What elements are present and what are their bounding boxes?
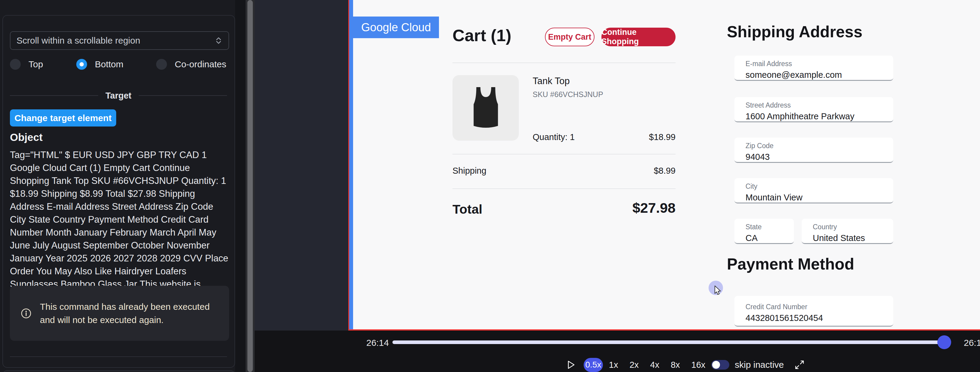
mouse-cursor-icon: [713, 286, 722, 296]
scroll-position-radios: Top Bottom Co-ordinates: [0, 59, 235, 73]
total-value: $27.98: [452, 200, 676, 216]
radio-top-circle[interactable]: [10, 59, 21, 70]
zip-value[interactable]: 94043: [746, 152, 893, 162]
radio-top[interactable]: Top: [10, 59, 43, 70]
radio-top-label: Top: [29, 59, 43, 69]
credit-card-label: Credit Card Number: [746, 303, 893, 311]
state-label: State: [746, 223, 794, 231]
continue-shopping-button[interactable]: Continue Shopping: [601, 28, 676, 46]
toggle-knob[interactable]: [712, 361, 720, 369]
zip-field[interactable]: Zip Code 94043: [734, 137, 893, 163]
fullscreen-icon[interactable]: [795, 360, 804, 370]
product-image-tank-top: [452, 75, 519, 140]
player-bar: 26:14 26:1 0.5x 1x 2x 4x 8x 16x skip ina…: [255, 330, 980, 372]
street-field[interactable]: Street Address 1600 Amphitheatre Parkway: [734, 97, 893, 122]
radio-bottom-label: Bottom: [95, 59, 123, 69]
cart-divider: [452, 154, 676, 155]
object-description: Tag="HTML" $ EUR USD JPY GBP TRY CAD 1 G…: [10, 148, 229, 303]
country-field[interactable]: Country United States: [802, 219, 893, 244]
speed-16x-button[interactable]: 16x: [692, 360, 706, 370]
radio-coordinates-label: Co-ordinates: [175, 59, 226, 69]
divider-line: [10, 95, 98, 96]
payment-method-heading: Payment Method: [727, 255, 854, 273]
replay-app: Scroll within a scrollable region Top Bo…: [0, 0, 980, 372]
city-field[interactable]: City Mountain View: [734, 178, 893, 203]
target-section-label: Target: [105, 91, 131, 101]
end-time: 26:1: [964, 338, 980, 348]
email-value[interactable]: someone@example.com: [746, 70, 893, 80]
target-section-divider: Target: [10, 90, 227, 101]
object-heading: Object: [10, 131, 43, 143]
product-sku: SKU #66VCHSJNUP: [533, 90, 603, 99]
timeline-knob[interactable]: [937, 335, 951, 349]
next-command-panel: [2, 370, 235, 372]
divider-line: [139, 95, 227, 96]
speed-1x-button[interactable]: 1x: [609, 360, 618, 370]
current-time: 26:14: [366, 338, 389, 348]
sidebar-divider: [10, 356, 227, 357]
product-price: $18.99: [452, 132, 676, 142]
replayed-webpage: Google Cloud Cart (1) Empty Cart Continu…: [348, 0, 980, 330]
action-type-value: Scroll within a scrollable region: [16, 35, 215, 46]
element-highlight-strip: [349, 0, 353, 329]
skip-inactive-label: skip inactive: [735, 360, 784, 370]
playback-controls: 0.5x 1x 2x 4x 8x 16x skip inactive: [567, 357, 804, 372]
radio-coordinates[interactable]: Co-ordinates: [156, 59, 226, 70]
scrollbar-thumb[interactable]: [247, 0, 253, 372]
speed-4x-button[interactable]: 4x: [650, 360, 659, 370]
product-name: Tank Top: [533, 76, 570, 86]
radio-coordinates-circle[interactable]: [156, 59, 167, 70]
credit-card-field[interactable]: Credit Card Number 4432801561520454: [734, 296, 893, 327]
country-value[interactable]: United States: [813, 233, 893, 243]
cart-title: Cart (1): [452, 26, 511, 45]
street-label: Street Address: [746, 101, 893, 109]
zip-label: Zip Code: [746, 142, 893, 150]
email-label: E-mail Address: [746, 60, 893, 68]
sidebar: Scroll within a scrollable region Top Bo…: [0, 0, 235, 372]
city-label: City: [746, 182, 893, 190]
city-value[interactable]: Mountain View: [746, 193, 893, 203]
timeline-track[interactable]: [393, 340, 944, 344]
email-field[interactable]: E-mail Address someone@example.com: [734, 56, 893, 81]
radio-bottom-circle[interactable]: [76, 59, 87, 70]
change-target-button[interactable]: Change target element: [10, 109, 116, 126]
element-highlight-label: Google Cloud: [353, 16, 439, 38]
cart-divider: [452, 62, 676, 63]
credit-card-value[interactable]: 4432801561520454: [746, 313, 893, 323]
already-executed-notice: This command has already been executed a…: [10, 286, 229, 341]
cart-divider: [452, 188, 676, 189]
country-label: Country: [813, 223, 893, 231]
speed-8x-button[interactable]: 8x: [671, 360, 680, 370]
panel-resize-gutter: [235, 0, 255, 372]
state-field[interactable]: State CA: [734, 219, 794, 244]
state-value[interactable]: CA: [746, 233, 794, 243]
skip-inactive-toggle[interactable]: [711, 360, 729, 370]
info-icon: [21, 308, 32, 319]
action-type-select[interactable]: Scroll within a scrollable region: [10, 31, 229, 50]
play-button[interactable]: [567, 360, 575, 370]
notice-text: This command has already been executed a…: [40, 300, 218, 327]
radio-bottom[interactable]: Bottom: [76, 59, 123, 70]
tank-top-graphic: [463, 82, 508, 133]
speed-2x-button[interactable]: 2x: [630, 360, 639, 370]
speed-0.5x-button[interactable]: 0.5x: [584, 358, 603, 372]
shipping-address-heading: Shipping Address: [727, 22, 862, 41]
shipping-row-value: $8.99: [452, 166, 676, 176]
select-chevrons-icon: [215, 35, 223, 46]
empty-cart-button[interactable]: Empty Cart: [545, 28, 595, 46]
street-value[interactable]: 1600 Amphitheatre Parkway: [746, 112, 893, 121]
